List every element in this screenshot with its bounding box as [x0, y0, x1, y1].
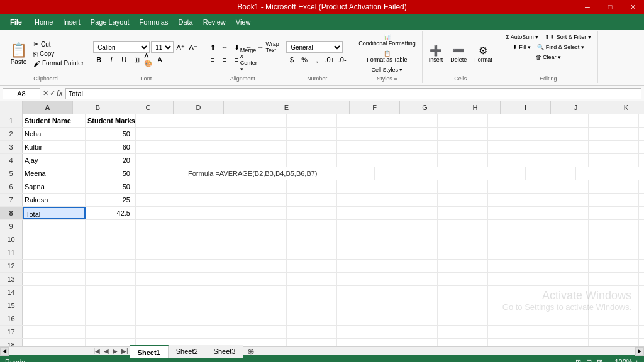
- list-item[interactable]: [438, 154, 488, 167]
- col-header-h[interactable]: H: [450, 101, 501, 114]
- list-item[interactable]: [488, 141, 538, 153]
- increase-decimal-button[interactable]: .0+: [324, 54, 335, 65]
- fill-color-button[interactable]: A🎨: [143, 54, 155, 65]
- list-item[interactable]: [23, 299, 86, 312]
- col-header-c[interactable]: C: [123, 101, 174, 114]
- list-item[interactable]: [387, 233, 438, 246]
- list-item[interactable]: [23, 246, 86, 259]
- row-header[interactable]: 11: [0, 246, 23, 259]
- row-header[interactable]: 14: [0, 286, 23, 299]
- list-item[interactable]: [136, 220, 186, 233]
- col-header-i[interactable]: I: [501, 101, 551, 114]
- list-item[interactable]: [538, 299, 589, 312]
- list-item[interactable]: Rakesh: [23, 194, 86, 206]
- list-item[interactable]: Student Name: [23, 114, 86, 127]
- list-item[interactable]: [236, 326, 287, 338]
- list-item[interactable]: [639, 286, 644, 299]
- list-item[interactable]: [236, 286, 287, 299]
- list-item[interactable]: [86, 233, 136, 246]
- row-header[interactable]: 4: [0, 154, 23, 167]
- align-left-button[interactable]: ≡: [207, 54, 218, 65]
- list-item[interactable]: [438, 141, 488, 153]
- list-item[interactable]: [387, 246, 438, 259]
- list-item[interactable]: [438, 326, 488, 338]
- list-item[interactable]: [639, 207, 644, 219]
- list-item[interactable]: [387, 339, 438, 346]
- list-item[interactable]: [438, 260, 488, 272]
- list-item[interactable]: [236, 154, 287, 167]
- list-item[interactable]: [86, 273, 136, 285]
- list-item[interactable]: [236, 180, 287, 193]
- list-item[interactable]: [488, 128, 538, 140]
- list-item[interactable]: [488, 286, 538, 299]
- list-item[interactable]: [136, 114, 186, 127]
- list-item[interactable]: [86, 260, 136, 272]
- row-header[interactable]: 17: [0, 326, 23, 338]
- list-item[interactable]: [136, 326, 186, 338]
- decrease-font-button[interactable]: A⁻: [187, 41, 199, 53]
- list-item[interactable]: [538, 220, 589, 233]
- list-item[interactable]: Formula =AVERAGE(B2,B3,B4,B5,B6,B7): [186, 167, 375, 180]
- comma-button[interactable]: ,: [311, 54, 323, 65]
- list-item[interactable]: [438, 114, 488, 127]
- cut-button[interactable]: ✂ Cut: [32, 40, 85, 49]
- list-item[interactable]: [589, 154, 639, 167]
- sheet-tab-3[interactable]: Sheet3: [206, 345, 244, 358]
- list-item[interactable]: [538, 312, 589, 325]
- list-item[interactable]: [337, 207, 387, 219]
- list-item[interactable]: [639, 233, 644, 246]
- row-header[interactable]: 9: [0, 220, 23, 233]
- list-item[interactable]: 60: [86, 141, 136, 153]
- list-item[interactable]: [387, 220, 438, 233]
- list-item[interactable]: [287, 207, 337, 219]
- list-item[interactable]: [287, 194, 337, 206]
- add-sheet-button[interactable]: ⊕: [243, 346, 258, 356]
- col-header-f[interactable]: F: [350, 101, 400, 114]
- list-item[interactable]: [186, 220, 236, 233]
- list-item[interactable]: [136, 194, 186, 206]
- list-item[interactable]: [287, 299, 337, 312]
- list-item[interactable]: [337, 128, 387, 140]
- row-header[interactable]: 5: [0, 167, 23, 180]
- list-item[interactable]: [136, 180, 186, 193]
- align-center-button[interactable]: ≡: [219, 54, 230, 65]
- list-item[interactable]: [337, 260, 387, 272]
- row-header[interactable]: 13: [0, 273, 23, 285]
- list-item[interactable]: [136, 246, 186, 259]
- list-item[interactable]: [526, 167, 576, 180]
- list-item[interactable]: [387, 128, 438, 140]
- list-item[interactable]: [287, 220, 337, 233]
- col-header-d[interactable]: D: [174, 101, 224, 114]
- list-item[interactable]: 42.5: [86, 207, 136, 219]
- list-item[interactable]: [387, 207, 438, 219]
- list-item[interactable]: [438, 233, 488, 246]
- list-item[interactable]: [589, 273, 639, 285]
- list-item[interactable]: [438, 180, 488, 193]
- list-item[interactable]: [186, 207, 236, 219]
- list-item[interactable]: [538, 180, 589, 193]
- accounting-format-button[interactable]: $: [286, 54, 297, 65]
- list-item[interactable]: [438, 128, 488, 140]
- list-item[interactable]: [186, 246, 236, 259]
- list-item[interactable]: [639, 299, 644, 312]
- list-item[interactable]: [589, 233, 639, 246]
- list-item[interactable]: [488, 220, 538, 233]
- list-item[interactable]: [236, 194, 287, 206]
- col-header-a[interactable]: A: [23, 101, 73, 114]
- list-item[interactable]: [589, 180, 639, 193]
- align-top-button[interactable]: ⬆: [207, 41, 218, 53]
- list-item[interactable]: [337, 339, 387, 346]
- list-item[interactable]: [475, 167, 526, 180]
- list-item[interactable]: [86, 326, 136, 338]
- font-color-button[interactable]: A_: [156, 54, 167, 65]
- list-item[interactable]: [438, 312, 488, 325]
- list-item[interactable]: [136, 233, 186, 246]
- list-item[interactable]: [488, 114, 538, 127]
- list-item[interactable]: Neha: [23, 128, 86, 140]
- fill-button[interactable]: ⬇ Fill ▾: [510, 43, 534, 52]
- list-item[interactable]: [387, 312, 438, 325]
- list-item[interactable]: [387, 286, 438, 299]
- list-item[interactable]: [438, 246, 488, 259]
- list-item[interactable]: [186, 194, 236, 206]
- list-item[interactable]: [186, 128, 236, 140]
